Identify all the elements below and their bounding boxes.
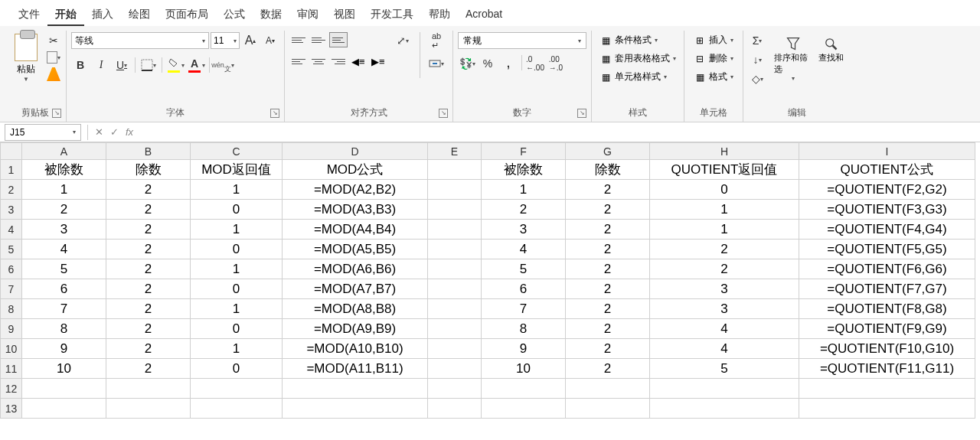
cell[interactable] <box>566 379 650 399</box>
cell[interactable]: =QUOTIENT(F3,G3) <box>799 200 975 220</box>
cell[interactable]: 2 <box>566 339 650 359</box>
fill-button[interactable]: ↓▾ <box>748 51 766 68</box>
cell[interactable]: =MOD(A5,B5) <box>283 240 428 259</box>
underline-button[interactable]: U▾ <box>113 57 131 73</box>
cell[interactable]: MOD公式 <box>283 160 428 180</box>
cell[interactable]: 2 <box>106 359 191 379</box>
cell[interactable] <box>191 379 283 399</box>
increase-font-button[interactable]: A▴ <box>241 32 260 49</box>
menu-文件[interactable]: 文件 <box>11 5 47 26</box>
cell[interactable]: 6 <box>482 279 566 299</box>
bold-button[interactable]: B <box>71 57 90 73</box>
cell[interactable]: 2 <box>566 279 650 299</box>
cell[interactable]: 1 <box>22 180 106 200</box>
cell[interactable]: 4 <box>22 240 106 259</box>
decrease-font-button[interactable]: A▾ <box>261 32 279 49</box>
cell[interactable]: 2 <box>650 259 799 279</box>
row-header-10[interactable]: 10 <box>1 339 22 359</box>
cell[interactable] <box>22 379 106 399</box>
cell[interactable] <box>799 399 975 419</box>
cell[interactable] <box>799 379 975 399</box>
menu-页面布局[interactable]: 页面布局 <box>158 5 216 26</box>
cell[interactable]: 2 <box>566 359 650 379</box>
cell[interactable]: 2 <box>106 180 191 200</box>
fill-color-button[interactable]: ▾ <box>166 57 185 73</box>
cell[interactable]: =QUOTIENT(F8,G8) <box>799 299 975 319</box>
cell[interactable]: 3 <box>22 220 106 240</box>
cell[interactable]: 除数 <box>106 160 191 180</box>
cell[interactable] <box>428 160 482 180</box>
cell[interactable]: 2 <box>106 259 191 279</box>
cell[interactable]: 1 <box>191 220 283 240</box>
autosum-button[interactable]: Σ▾ <box>748 32 766 49</box>
cell[interactable]: 1 <box>482 180 566 200</box>
cell[interactable] <box>428 200 482 220</box>
increase-indent-button[interactable]: ▶≡ <box>369 54 387 69</box>
cell[interactable]: 0 <box>191 359 283 379</box>
table-format-button[interactable]: ▦套用表格格式▾ <box>596 51 679 67</box>
font-color-button[interactable]: A▾ <box>187 57 205 73</box>
cell[interactable]: 2 <box>566 180 650 200</box>
cell[interactable]: =QUOTIENT(F6,G6) <box>799 259 975 279</box>
col-header-B[interactable]: B <box>106 143 191 160</box>
cell[interactable]: =MOD(A9,B9) <box>283 319 428 339</box>
cell[interactable]: 8 <box>22 319 106 339</box>
col-header-F[interactable]: F <box>482 143 566 160</box>
menu-绘图[interactable]: 绘图 <box>121 5 158 26</box>
cell[interactable]: 2 <box>566 200 650 220</box>
italic-button[interactable]: I <box>92 57 110 73</box>
font-name-select[interactable]: 等线▾ <box>71 32 209 49</box>
row-header-11[interactable]: 11 <box>1 359 22 379</box>
cell[interactable]: 2 <box>566 220 650 240</box>
dialog-launcher-icon[interactable]: ↘ <box>270 109 279 118</box>
align-left-button[interactable] <box>289 54 308 69</box>
cell[interactable]: 9 <box>482 339 566 359</box>
cell[interactable]: =QUOTIENT(F7,G7) <box>799 279 975 299</box>
cell[interactable]: =QUOTIENT(F5,G5) <box>799 240 975 259</box>
col-header-C[interactable]: C <box>191 143 283 160</box>
cell[interactable]: 2 <box>566 319 650 339</box>
cell[interactable]: 1 <box>191 259 283 279</box>
clear-button[interactable]: ◇▾ <box>748 70 766 87</box>
cell[interactable] <box>482 399 566 419</box>
delete-cells-button[interactable]: ⊟删除 ▾ <box>689 51 738 67</box>
cell[interactable] <box>650 399 799 419</box>
formula-input[interactable] <box>137 124 980 141</box>
cell[interactable]: 被除数 <box>22 160 106 180</box>
cell[interactable]: =MOD(A7,B7) <box>283 279 428 299</box>
cell[interactable]: 4 <box>650 339 799 359</box>
cell[interactable]: 2 <box>106 200 191 220</box>
cell[interactable]: 1 <box>191 180 283 200</box>
row-header-13[interactable]: 13 <box>1 399 22 419</box>
cell[interactable] <box>428 339 482 359</box>
cell[interactable] <box>428 259 482 279</box>
font-size-select[interactable]: 11▾ <box>211 32 240 49</box>
cell[interactable]: 被除数 <box>482 160 566 180</box>
cell[interactable]: 10 <box>482 359 566 379</box>
cell[interactable]: 7 <box>482 299 566 319</box>
col-header-E[interactable]: E <box>428 143 482 160</box>
menu-Acrobat[interactable]: Acrobat <box>458 5 510 26</box>
cell[interactable]: =MOD(A6,B6) <box>283 259 428 279</box>
align-top-button[interactable] <box>289 32 308 47</box>
cell[interactable] <box>428 220 482 240</box>
align-right-button[interactable] <box>329 54 348 69</box>
cell[interactable]: 9 <box>22 339 106 359</box>
cell[interactable]: QUOTIENT返回值 <box>650 160 799 180</box>
cell[interactable]: 3 <box>650 279 799 299</box>
cell-styles-button[interactable]: ▦单元格样式▾ <box>596 69 679 85</box>
row-header-9[interactable]: 9 <box>1 319 22 339</box>
orientation-button[interactable]: ⤢▾ <box>390 32 415 49</box>
cell[interactable] <box>428 359 482 379</box>
cell[interactable]: 3 <box>482 220 566 240</box>
menu-开始[interactable]: 开始 <box>47 5 84 26</box>
menu-视图[interactable]: 视图 <box>326 5 363 26</box>
dialog-launcher-icon[interactable]: ↘ <box>52 109 61 118</box>
merge-center-button[interactable]: ▾ <box>425 55 448 72</box>
row-header-4[interactable]: 4 <box>1 220 22 240</box>
cell[interactable]: 5 <box>482 259 566 279</box>
dialog-launcher-icon[interactable]: ↘ <box>577 109 586 118</box>
menu-公式[interactable]: 公式 <box>216 5 253 26</box>
cell[interactable]: 3 <box>650 299 799 319</box>
row-header-2[interactable]: 2 <box>1 180 22 200</box>
